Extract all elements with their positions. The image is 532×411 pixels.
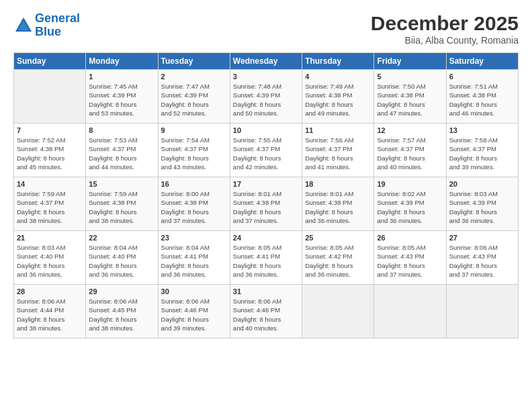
calendar-week-row: 1Sunrise: 7:45 AMSunset: 4:39 PMDaylight… [14,70,519,124]
day-number: 1 [89,73,154,81]
day-info: Sunrise: 8:06 AMSunset: 4:45 PMDaylight:… [89,297,154,332]
day-info: Sunrise: 8:00 AMSunset: 4:38 PMDaylight:… [161,189,227,225]
weekday-header: Friday [374,53,446,70]
day-number: 18 [305,180,371,188]
day-number: 4 [305,73,371,81]
day-number: 16 [161,180,227,188]
calendar-cell: 29Sunrise: 8:06 AMSunset: 4:45 PMDayligh… [86,285,158,338]
day-info: Sunrise: 8:02 AMSunset: 4:39 PMDaylight:… [377,189,443,225]
day-number: 6 [449,73,515,81]
day-number: 15 [89,180,154,188]
calendar-cell: 1Sunrise: 7:45 AMSunset: 4:39 PMDaylight… [86,70,158,124]
calendar-cell: 16Sunrise: 8:00 AMSunset: 4:38 PMDayligh… [158,177,230,231]
day-info: Sunrise: 8:01 AMSunset: 4:38 PMDaylight:… [233,189,299,225]
day-number: 12 [377,126,443,134]
day-info: Sunrise: 7:49 AMSunset: 4:38 PMDaylight:… [305,82,371,118]
day-info: Sunrise: 8:05 AMSunset: 4:42 PMDaylight:… [305,243,371,279]
calendar-cell: 26Sunrise: 8:05 AMSunset: 4:43 PMDayligh… [374,231,446,285]
day-number: 3 [233,73,299,81]
day-info: Sunrise: 8:06 AMSunset: 4:46 PMDaylight:… [161,297,227,332]
day-number: 28 [17,287,83,295]
day-number: 2 [161,73,227,81]
day-info: Sunrise: 7:59 AMSunset: 4:37 PMDaylight:… [17,189,83,225]
header-row: SundayMondayTuesdayWednesdayThursdayFrid… [14,53,519,70]
calendar-cell: 10Sunrise: 7:55 AMSunset: 4:37 PMDayligh… [230,124,302,177]
calendar-week-row: 28Sunrise: 8:06 AMSunset: 4:44 PMDayligh… [14,285,519,338]
day-number: 27 [449,234,515,242]
day-info: Sunrise: 7:58 AMSunset: 4:37 PMDaylight:… [449,136,515,171]
day-info: Sunrise: 8:03 AMSunset: 4:39 PMDaylight:… [449,189,515,225]
day-info: Sunrise: 7:45 AMSunset: 4:39 PMDaylight:… [89,82,154,118]
calendar-week-row: 21Sunrise: 8:03 AMSunset: 4:40 PMDayligh… [14,231,519,285]
day-number: 8 [89,126,154,134]
calendar-cell: 13Sunrise: 7:58 AMSunset: 4:37 PMDayligh… [446,124,518,177]
calendar-cell: 11Sunrise: 7:56 AMSunset: 4:37 PMDayligh… [302,124,374,177]
day-number: 26 [377,234,443,242]
day-number: 13 [449,126,515,134]
weekday-header: Sunday [14,53,86,70]
calendar-cell: 28Sunrise: 8:06 AMSunset: 4:44 PMDayligh… [14,285,86,338]
title-block: December 2025 Biia, Alba County, Romania [371,12,519,46]
day-number: 21 [17,234,83,242]
day-info: Sunrise: 8:03 AMSunset: 4:40 PMDaylight:… [17,243,83,279]
day-info: Sunrise: 7:55 AMSunset: 4:37 PMDaylight:… [233,136,299,171]
calendar-cell [14,70,86,124]
calendar-cell: 5Sunrise: 7:50 AMSunset: 4:38 PMDaylight… [374,70,446,124]
day-info: Sunrise: 7:48 AMSunset: 4:39 PMDaylight:… [233,82,299,118]
day-number: 24 [233,234,299,242]
weekday-header: Tuesday [158,53,230,70]
calendar-cell: 24Sunrise: 8:05 AMSunset: 4:41 PMDayligh… [230,231,302,285]
calendar-cell [302,285,374,338]
calendar-cell: 20Sunrise: 8:03 AMSunset: 4:39 PMDayligh… [446,177,518,231]
day-info: Sunrise: 8:06 AMSunset: 4:43 PMDaylight:… [449,243,515,279]
day-info: Sunrise: 8:06 AMSunset: 4:46 PMDaylight:… [233,297,299,332]
calendar-table: SundayMondayTuesdayWednesdayThursdayFrid… [13,52,519,338]
day-number: 22 [89,234,154,242]
calendar-cell: 8Sunrise: 7:53 AMSunset: 4:37 PMDaylight… [86,124,158,177]
day-number: 10 [233,126,299,134]
calendar-cell: 9Sunrise: 7:54 AMSunset: 4:37 PMDaylight… [158,124,230,177]
calendar-cell: 19Sunrise: 8:02 AMSunset: 4:39 PMDayligh… [374,177,446,231]
calendar-cell: 27Sunrise: 8:06 AMSunset: 4:43 PMDayligh… [446,231,518,285]
calendar-cell: 6Sunrise: 7:51 AMSunset: 4:38 PMDaylight… [446,70,518,124]
calendar-cell: 22Sunrise: 8:04 AMSunset: 4:40 PMDayligh… [86,231,158,285]
calendar-cell: 21Sunrise: 8:03 AMSunset: 4:40 PMDayligh… [14,231,86,285]
calendar-cell: 14Sunrise: 7:59 AMSunset: 4:37 PMDayligh… [14,177,86,231]
day-number: 11 [305,126,371,134]
day-number: 17 [233,180,299,188]
logo-icon [13,15,34,36]
location: Biia, Alba County, Romania [371,35,519,46]
calendar-cell: 7Sunrise: 7:52 AMSunset: 4:38 PMDaylight… [14,124,86,177]
day-info: Sunrise: 7:57 AMSunset: 4:37 PMDaylight:… [377,136,443,171]
day-number: 25 [305,234,371,242]
day-info: Sunrise: 7:51 AMSunset: 4:38 PMDaylight:… [449,82,515,118]
day-info: Sunrise: 7:54 AMSunset: 4:37 PMDaylight:… [161,136,227,171]
calendar-week-row: 14Sunrise: 7:59 AMSunset: 4:37 PMDayligh… [14,177,519,231]
calendar-cell: 4Sunrise: 7:49 AMSunset: 4:38 PMDaylight… [302,70,374,124]
weekday-header: Thursday [302,53,374,70]
calendar-cell: 17Sunrise: 8:01 AMSunset: 4:38 PMDayligh… [230,177,302,231]
calendar-cell: 2Sunrise: 7:47 AMSunset: 4:39 PMDaylight… [158,70,230,124]
calendar-cell: 15Sunrise: 7:59 AMSunset: 4:38 PMDayligh… [86,177,158,231]
day-number: 7 [17,126,83,134]
day-info: Sunrise: 7:47 AMSunset: 4:39 PMDaylight:… [161,82,227,118]
day-number: 31 [233,287,299,295]
day-info: Sunrise: 8:05 AMSunset: 4:41 PMDaylight:… [233,243,299,279]
day-info: Sunrise: 7:50 AMSunset: 4:38 PMDaylight:… [377,82,443,118]
header: General Blue December 2025 Biia, Alba Co… [13,12,519,46]
calendar-cell: 31Sunrise: 8:06 AMSunset: 4:46 PMDayligh… [230,285,302,338]
logo: General Blue [13,12,80,39]
day-info: Sunrise: 8:01 AMSunset: 4:38 PMDaylight:… [305,189,371,225]
calendar-cell [374,285,446,338]
page: General Blue December 2025 Biia, Alba Co… [0,0,532,411]
day-number: 14 [17,180,83,188]
calendar-cell: 3Sunrise: 7:48 AMSunset: 4:39 PMDaylight… [230,70,302,124]
logo-text: General Blue [35,12,80,39]
day-number: 5 [377,73,443,81]
day-info: Sunrise: 8:04 AMSunset: 4:40 PMDaylight:… [89,243,154,279]
calendar-cell: 30Sunrise: 8:06 AMSunset: 4:46 PMDayligh… [158,285,230,338]
day-number: 20 [449,180,515,188]
day-info: Sunrise: 7:53 AMSunset: 4:37 PMDaylight:… [89,136,154,171]
weekday-header: Wednesday [230,53,302,70]
day-info: Sunrise: 7:56 AMSunset: 4:37 PMDaylight:… [305,136,371,171]
